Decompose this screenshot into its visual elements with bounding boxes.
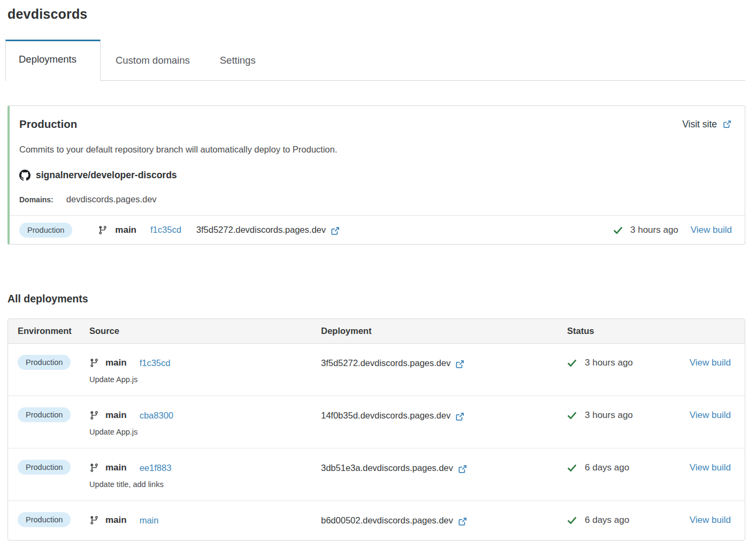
deployment-cell: 3db51e3a.devdiscords.pages.dev — [321, 460, 567, 489]
deployment-cell: 3f5d5272.devdiscords.pages.dev — [321, 355, 567, 384]
column-header-source: Source — [89, 326, 321, 336]
check-icon — [567, 463, 577, 473]
status-time: 3 hours ago — [585, 410, 633, 421]
domains-label: Domains: — [19, 195, 54, 204]
commit-message: Update App.js — [89, 375, 321, 384]
tab-settings[interactable]: Settings — [205, 40, 271, 80]
branch-name: main — [105, 358, 127, 368]
deployment-url: b6d00502.devdiscords.pages.dev — [321, 515, 453, 526]
view-build-link[interactable]: View build — [690, 358, 731, 368]
status-cell: 3 hours ago — [567, 407, 669, 436]
status-cell: 6 days ago — [567, 460, 669, 489]
all-deployments-title: All deployments — [7, 293, 745, 305]
page-title: devdiscords — [7, 6, 745, 22]
view-build-link[interactable]: View build — [690, 515, 731, 526]
environment-cell: Production — [18, 407, 89, 436]
deployment-url: 14f0b35d.devdiscords.pages.dev — [321, 410, 450, 421]
commit-link[interactable]: f1c35cd — [150, 225, 181, 235]
branch-name: main — [105, 462, 127, 473]
commit-message: Update App.js — [89, 428, 321, 436]
check-icon — [567, 515, 577, 525]
table-row: Production main f1c35cd Update App.js 3f… — [8, 344, 745, 396]
column-header-status: Status — [567, 326, 669, 336]
branch-name: main — [105, 515, 127, 526]
branch-name: main — [105, 410, 127, 421]
commit-link[interactable]: f1c35cd — [140, 358, 171, 368]
status-time: 6 days ago — [585, 462, 629, 473]
environment-badge: Production — [18, 355, 71, 370]
production-description: Commits to your default repository branc… — [19, 145, 732, 155]
commit-message: Update title, add links — [89, 480, 321, 489]
table-row: Production main main b6d00502.devdiscord… — [8, 501, 745, 540]
table-row: Production main cba8300 Update App.js 14… — [8, 396, 745, 448]
external-link-icon[interactable] — [455, 412, 465, 422]
table-row: Production main ee1f883 Update title, ad… — [8, 448, 745, 501]
status-group: 3 hours ago — [613, 225, 678, 235]
domains-line: Domains: devdiscords.pages.dev — [19, 194, 732, 204]
source-cell: main cba8300 Update App.js — [89, 407, 321, 436]
source-cell: main main — [89, 512, 321, 528]
environment-badge: Production — [19, 223, 72, 238]
visit-site-label: Visit site — [682, 119, 717, 130]
deployment-cell: 14f0b35d.devdiscords.pages.dev — [321, 407, 567, 436]
git-branch-icon — [89, 463, 99, 473]
status-cell: 6 days ago — [567, 512, 669, 528]
status-time: 6 days ago — [585, 515, 629, 526]
actions-cell: View build — [669, 407, 731, 436]
domains-value: devdiscords.pages.dev — [66, 194, 157, 204]
pages-project-page: devdiscords Deployments Custom domains S… — [0, 0, 756, 541]
environment-badge: Production — [18, 407, 71, 422]
external-link-icon — [722, 119, 732, 129]
production-card-title: Production — [19, 118, 77, 131]
external-link-icon[interactable] — [455, 359, 465, 369]
production-card: Production Visit site Commits to your de… — [7, 105, 745, 245]
production-deployment-row: Production main f1c35cd 3f5d5272.devdisc… — [10, 215, 745, 244]
repo-name: signalnerve/developer-discords — [36, 170, 177, 181]
deployments-table: Environment Source Deployment Status Pro… — [7, 318, 745, 541]
environment-cell: Production — [18, 355, 89, 384]
view-build-link[interactable]: View build — [691, 225, 732, 235]
view-build-link[interactable]: View build — [690, 410, 731, 421]
status-time: 3 hours ago — [630, 225, 678, 235]
deployment-url: 3db51e3a.devdiscords.pages.dev — [321, 463, 453, 473]
source-cell: main f1c35cd Update App.js — [89, 355, 321, 384]
branch-name: main — [115, 225, 136, 235]
git-branch-icon — [89, 358, 99, 368]
repo-line: signalnerve/developer-discords — [19, 170, 732, 181]
environment-cell: Production — [18, 512, 89, 528]
environment-badge: Production — [18, 512, 71, 527]
external-link-icon[interactable] — [330, 226, 340, 236]
production-card-body: Production Visit site Commits to your de… — [10, 106, 745, 215]
view-build-link[interactable]: View build — [690, 462, 731, 473]
git-branch-icon — [89, 515, 99, 525]
source-cell: main ee1f883 Update title, add links — [89, 460, 321, 489]
git-branch-icon — [98, 225, 108, 235]
table-header-row: Environment Source Deployment Status — [8, 319, 745, 344]
actions-cell: View build — [669, 355, 731, 384]
visit-site-link[interactable]: Visit site — [682, 119, 732, 130]
status-cell: 3 hours ago — [567, 355, 669, 384]
commit-link[interactable]: main — [140, 515, 159, 526]
commit-link[interactable]: cba8300 — [140, 410, 173, 421]
check-icon — [567, 358, 577, 368]
check-icon — [613, 225, 623, 235]
git-branch-icon — [89, 410, 99, 420]
tab-custom-domains[interactable]: Custom domains — [101, 40, 205, 80]
deployment-cell: b6d00502.devdiscords.pages.dev — [321, 512, 567, 528]
column-header-deployment: Deployment — [321, 326, 567, 336]
source-group: main f1c35cd — [98, 225, 181, 235]
column-header-environment: Environment — [18, 326, 89, 336]
external-link-icon[interactable] — [457, 464, 468, 474]
external-link-icon[interactable] — [457, 516, 468, 527]
actions-cell: View build — [669, 460, 731, 489]
deployment-url: 3f5d5272.devdiscords.pages.dev — [196, 225, 326, 235]
deployment-url: 3f5d5272.devdiscords.pages.dev — [321, 358, 450, 368]
environment-badge: Production — [18, 460, 71, 475]
tab-deployments[interactable]: Deployments — [5, 40, 101, 81]
check-icon — [567, 410, 577, 420]
environment-cell: Production — [18, 460, 89, 489]
actions-cell: View build — [669, 512, 731, 528]
tab-bar: Deployments Custom domains Settings — [5, 40, 745, 81]
github-mark-icon — [19, 170, 30, 181]
commit-link[interactable]: ee1f883 — [140, 463, 172, 473]
